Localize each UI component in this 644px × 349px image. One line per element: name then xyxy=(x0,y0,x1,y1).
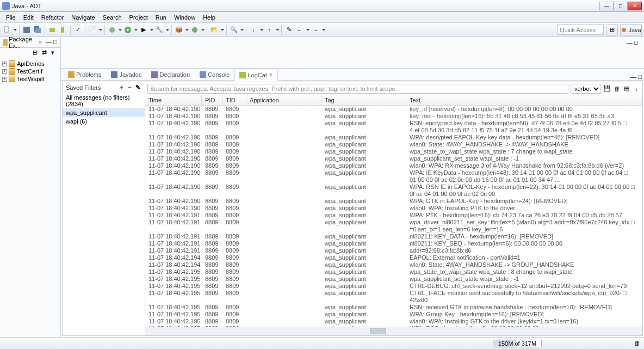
open-type-button[interactable]: 📂 xyxy=(209,25,219,35)
menu-search[interactable]: Search xyxy=(99,13,126,22)
log-row[interactable]: 01 00 00 0f ac 02 0c 00 dd 16 00 0f ac 0… xyxy=(145,176,642,183)
project-testcertif[interactable]: +TestCertIf xyxy=(1,68,59,75)
remove-filter-button[interactable]: − xyxy=(126,84,133,91)
maximize-view-button[interactable]: □ xyxy=(53,39,59,46)
log-row[interactable]: 11-07 18:40:42.19088098809wpa_supplicant… xyxy=(145,134,642,141)
log-row[interactable]: 11-07 18:40:42.19088098809wpa_supplicant… xyxy=(145,205,642,212)
log-row[interactable]: 0f ac 04 01 00 00 0f ac 02 0c 00 xyxy=(145,191,642,198)
log-row[interactable]: 11-07 18:40:42.19088098809wpa_supplicant… xyxy=(145,148,642,155)
save-log-button[interactable]: 💾 xyxy=(603,85,611,93)
log-row[interactable]: 11-07 18:40:42.19488098809wpa_supplicant… xyxy=(145,261,642,268)
expand-icon[interactable]: + xyxy=(2,62,7,66)
log-row[interactable]: 11-07 18:40:42.19088098809wpa_supplicant… xyxy=(145,183,642,191)
expand-icon[interactable]: + xyxy=(2,69,7,74)
lint-button[interactable]: ✓ xyxy=(73,25,83,35)
search-button[interactable]: 🔍 xyxy=(229,25,239,35)
tab-logcat[interactable]: LogCat✕ xyxy=(234,70,277,81)
save-all-button[interactable] xyxy=(33,25,42,35)
maximize-view-button[interactable]: □ xyxy=(638,74,642,80)
col-tag[interactable]: Tag xyxy=(321,95,406,105)
menu-window[interactable]: Window xyxy=(170,13,199,22)
avd-manager-button[interactable] xyxy=(58,25,68,35)
close-icon[interactable]: ✕ xyxy=(38,40,42,45)
clear-log-button[interactable]: 🗑 xyxy=(613,85,621,93)
log-row[interactable]: 11-07 18:40:42.19088098809wpa_supplicant… xyxy=(145,141,642,148)
project-testwapiif[interactable]: +TestWapiIf xyxy=(1,75,59,83)
prev-annotation-button[interactable]: ↑ xyxy=(264,25,274,35)
tab-javadoc[interactable]: Javadoc xyxy=(106,69,146,80)
tab-console[interactable]: Console xyxy=(195,69,234,80)
filter-item[interactable]: All messages (no filters) (2834) xyxy=(63,93,145,108)
col-time[interactable]: Time xyxy=(145,95,202,105)
log-row[interactable]: 11-07 18:40:42.19088098809wpa_supplicant… xyxy=(145,162,642,169)
log-row[interactable]: 11-07 18:40:42.19088098809wpa_supplicant… xyxy=(145,106,642,113)
edit-filter-button[interactable]: ✎ xyxy=(134,84,141,91)
log-row[interactable]: 11-07 18:40:42.19588098809wpa_supplicant… xyxy=(145,275,642,283)
log-row[interactable]: 11-07 18:40:42.19088098809wpa_supplicant… xyxy=(145,169,642,176)
run-button[interactable] xyxy=(123,25,133,35)
log-row[interactable]: 11-07 18:40:42.19588098809wpa_supplicant… xyxy=(145,311,642,318)
menu-run[interactable]: Run xyxy=(152,13,170,22)
col-tid[interactable]: TID xyxy=(222,95,246,105)
gc-button[interactable]: 🗑 xyxy=(634,340,642,347)
next-annotation-button[interactable]: ↓ xyxy=(249,25,258,35)
sdk-manager-button[interactable] xyxy=(47,25,57,35)
col-app[interactable]: Application xyxy=(246,95,321,105)
log-row[interactable]: 11-07 18:40:42.19588098809wpa_supplicant… xyxy=(145,290,642,297)
new-project-button[interactable]: 📄 xyxy=(88,25,97,35)
menu-project[interactable]: Project xyxy=(126,13,152,22)
log-row[interactable]: =0 set_tx=1 seq_len=6 key_len=16 xyxy=(145,226,642,233)
log-row[interactable]: 11-07 18:40:42.19088098809wpa_supplicant… xyxy=(145,155,642,162)
maximize-button[interactable]: □ xyxy=(614,2,628,10)
filter-item[interactable]: wapi (6) xyxy=(63,117,145,126)
log-row[interactable]: 11-07 18:40:42.19588098809wpa_supplicant… xyxy=(145,304,642,311)
display-filters-button[interactable]: ▤ xyxy=(623,85,630,93)
close-button[interactable]: ✕ xyxy=(628,2,642,10)
menu-help[interactable]: Help xyxy=(199,13,219,22)
log-row[interactable]: 11-07 18:40:42.19188098809wpa_supplicant… xyxy=(145,233,642,240)
log-row[interactable]: 11-07 18:40:42.19088098809wpa_supplicant… xyxy=(145,120,642,127)
log-row[interactable]: 11-07 18:40:42.19188098809wpa_supplicant… xyxy=(145,247,642,254)
menu-edit[interactable]: Edit xyxy=(20,13,38,22)
new-package-button[interactable]: 📦 xyxy=(174,25,184,35)
save-button[interactable] xyxy=(22,25,32,35)
log-row[interactable]: 11-07 18:40:42.19588098809wpa_supplicant… xyxy=(145,283,642,290)
quick-access-input[interactable] xyxy=(557,25,604,35)
log-level-select[interactable]: verbose xyxy=(571,84,601,94)
log-row[interactable]: 42\x00 xyxy=(145,297,642,304)
minimize-view-button[interactable]: ― xyxy=(46,39,52,46)
logcat-search-input[interactable]: Search for messages. Accepts Java regexe… xyxy=(147,84,568,94)
log-row[interactable]: 11-07 18:40:42.19588098809wpa_supplicant… xyxy=(145,318,642,325)
link-editor-button[interactable]: ⇄ xyxy=(42,49,49,57)
tab-problems[interactable]: Problems xyxy=(63,69,106,80)
new-class-button[interactable] xyxy=(190,25,200,35)
last-edit-button[interactable]: ✎ xyxy=(284,25,294,35)
log-row[interactable]: 11-07 18:40:42.19088098809wpa_supplicant… xyxy=(145,113,642,120)
logcat-table[interactable]: Time PID TID Application Tag Text 11-07 … xyxy=(145,95,642,327)
menu-file[interactable]: File xyxy=(2,13,20,22)
maximize-editor-button[interactable]: □ xyxy=(634,39,642,47)
project-apidemos[interactable]: +ApiDemos xyxy=(1,60,59,68)
debug-button[interactable] xyxy=(107,25,117,35)
horizontal-scrollbar[interactable] xyxy=(145,327,642,335)
log-row[interactable]: 11-07 18:40:42.19488098809wpa_supplicant… xyxy=(145,254,642,261)
minimize-button[interactable]: — xyxy=(599,2,614,10)
log-row[interactable]: 11-07 18:40:42.19188098809wpa_supplicant… xyxy=(145,240,642,247)
new-button[interactable] xyxy=(2,25,12,35)
external-tools-button[interactable]: 🔧 xyxy=(154,25,164,35)
minimize-view-button[interactable]: ― xyxy=(630,74,636,80)
log-row[interactable]: 4 ef 08 5d 36 3d d5 82 11 f5 75 1f a7 9e… xyxy=(145,127,642,134)
heap-status[interactable]: 150M of 317M xyxy=(493,340,542,347)
scroll-lock-button[interactable]: ↓ xyxy=(633,85,640,93)
tab-declaration[interactable]: Declaration xyxy=(146,69,195,80)
filter-item[interactable]: wpa_supplicant xyxy=(63,108,145,117)
view-menu-button[interactable]: ▾ xyxy=(51,49,59,57)
log-row[interactable]: 11-07 18:40:42.19188098809wpa_supplicant… xyxy=(145,212,642,219)
col-text[interactable]: Text xyxy=(406,95,642,105)
menu-navigate[interactable]: Navigate xyxy=(67,13,98,22)
minimize-editor-button[interactable]: ― xyxy=(627,39,634,47)
log-row[interactable]: 11-07 18:40:42.19588098809wpa_supplicant… xyxy=(145,268,642,275)
log-row[interactable]: 11-07 18:40:42.19188098809wpa_supplicant… xyxy=(145,219,642,226)
run-last-button[interactable]: ▶ xyxy=(139,25,148,35)
expand-icon[interactable]: + xyxy=(2,77,7,82)
